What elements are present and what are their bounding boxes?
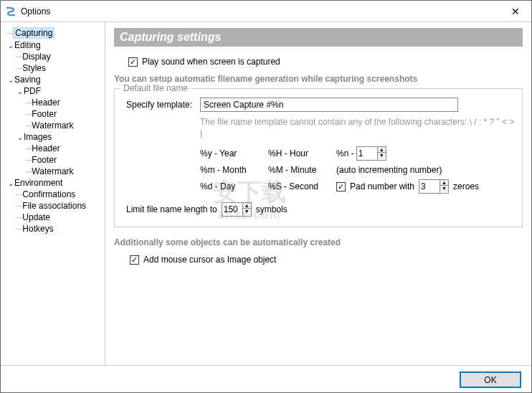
tree-file-associations[interactable]: ····File associations — [6, 200, 105, 212]
play-sound-label: Play sound when screen is captured — [142, 57, 280, 67]
ok-button[interactable]: OK — [460, 371, 521, 388]
auto-inc-label: (auto incrementing number) — [336, 165, 480, 175]
limit-spinner-up[interactable]: ▲ — [243, 203, 251, 209]
n-spinner[interactable]: ▲▼ — [356, 146, 386, 161]
tree-pdf[interactable]: ⌄PDF — [6, 85, 105, 97]
tree-styles[interactable]: ····Styles — [6, 62, 105, 74]
nav-tree: ····Capturing ⌄Editing ····Display ····S… — [1, 22, 105, 365]
tree-img-watermark[interactable]: ····Watermark — [6, 166, 105, 177]
chevron-down-icon: ⌄ — [6, 179, 14, 187]
tree-environment[interactable]: ⌄Environment — [6, 177, 105, 189]
pad-number-checkbox[interactable] — [336, 182, 346, 191]
specify-template-label: Specify template: — [126, 100, 194, 110]
app-logo-icon — [5, 6, 16, 17]
tree-update[interactable]: ····Update — [6, 212, 105, 223]
symbols-label: symbols — [256, 204, 288, 214]
close-button[interactable]: ✕ — [499, 1, 531, 22]
pad-spinner-down[interactable]: ▼ — [440, 186, 448, 191]
code-second: %S - Second — [268, 181, 336, 191]
limit-spinner-input[interactable] — [222, 203, 242, 216]
code-n-label: %n - — [336, 148, 354, 158]
pad-number-label: Pad number with — [350, 181, 414, 191]
limit-label: Limit file name length to — [126, 204, 217, 214]
code-month: %m - Month — [200, 165, 268, 175]
n-spinner-input[interactable] — [357, 147, 377, 160]
tree-display[interactable]: ····Display — [6, 51, 105, 62]
tree-pdf-header[interactable]: ····Header — [6, 97, 105, 108]
tree-confirmations[interactable]: ····Confirmations — [6, 189, 105, 200]
tree-editing[interactable]: ⌄Editing — [6, 39, 105, 51]
n-spinner-up[interactable]: ▲ — [378, 147, 386, 153]
window-title: Options — [21, 6, 499, 16]
page-title: Capturing settings — [114, 28, 523, 47]
tree-pdf-watermark[interactable]: ····Watermark — [6, 120, 105, 131]
tree-img-footer[interactable]: ····Footer — [6, 154, 105, 166]
code-minute: %M - Minute — [268, 165, 336, 175]
tree-saving[interactable]: ⌄Saving — [6, 74, 105, 85]
zeroes-label: zeroes — [453, 181, 479, 191]
tree-pdf-footer[interactable]: ····Footer — [6, 108, 105, 120]
add-mouse-checkbox[interactable] — [130, 255, 139, 265]
code-year: %y - Year — [200, 148, 268, 158]
limit-spinner[interactable]: ▲▼ — [222, 202, 252, 217]
code-hour: %H - Hour — [268, 148, 336, 158]
tree-images[interactable]: ⌄Images — [6, 131, 105, 143]
chevron-down-icon: ⌄ — [16, 87, 24, 95]
limit-spinner-down[interactable]: ▼ — [243, 209, 251, 214]
chevron-down-icon: ⌄ — [6, 76, 14, 84]
chevron-down-icon: ⌄ — [6, 42, 14, 49]
template-hint: The file name template cannot contain an… — [200, 116, 515, 139]
filename-intro: You can setup automatic filename generat… — [114, 74, 523, 84]
template-input[interactable] — [200, 98, 458, 112]
pad-spinner[interactable]: ▲▼ — [419, 179, 449, 194]
additional-intro: Additionally some objects can be automat… — [114, 237, 523, 247]
chevron-down-icon: ⌄ — [16, 133, 24, 141]
play-sound-checkbox[interactable] — [128, 57, 138, 67]
tree-capturing[interactable]: ····Capturing — [6, 27, 105, 39]
default-filename-legend: Default file name — [120, 83, 191, 93]
n-spinner-down[interactable]: ▼ — [378, 153, 386, 158]
code-day: %d - Day — [200, 181, 268, 191]
pad-spinner-input[interactable] — [419, 180, 440, 193]
tree-img-header[interactable]: ····Header — [6, 143, 105, 154]
add-mouse-label: Add mouse cursor as Image object — [143, 255, 276, 265]
tree-hotkeys[interactable]: ····Hotkeys — [6, 223, 105, 235]
pad-spinner-up[interactable]: ▲ — [440, 180, 448, 186]
